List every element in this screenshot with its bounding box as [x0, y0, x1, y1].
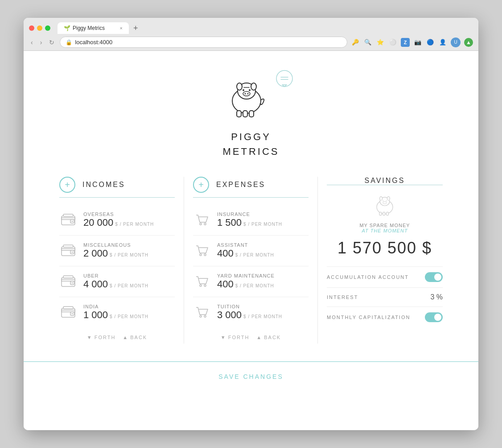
wallet-icon: [59, 273, 77, 290]
maximize-traffic-light[interactable]: [45, 25, 50, 31]
expense-amount-main: 400: [217, 278, 234, 290]
expense-item-name: ASSISTANT: [217, 242, 309, 248]
income-item-name: UBER: [83, 273, 175, 278]
savings-section: SAVINGS: [318, 177, 452, 344]
svg-point-35: [72, 313, 73, 315]
income-amount-unit: $ / PER MONTH: [110, 253, 148, 257]
income-list-item[interactable]: OVERSEAS 20 000 $ / PER MONTH: [59, 205, 175, 236]
incomes-forth-btn[interactable]: ▼ FORTH: [87, 335, 116, 340]
svg-point-0: [276, 71, 292, 87]
svg-rect-13: [237, 111, 241, 117]
expense-list-item[interactable]: ASSISTANT 400 $ / PER MONTH: [193, 236, 309, 266]
refresh-button[interactable]: ↻: [47, 38, 56, 47]
expense-list-item[interactable]: INSURANCE 1 500 $ / PER MONTH: [193, 205, 309, 236]
person-icon[interactable]: 👤: [438, 38, 447, 47]
browser-window: 🌱 Piggy Metrics × + ‹ › ↻ 🔒 localhost:40…: [24, 18, 478, 430]
add-income-button[interactable]: +: [59, 177, 75, 193]
expense-item-details: TUITION 3 000 $ / PER MONTH: [217, 304, 309, 321]
interest-label: INTEREST: [327, 295, 358, 300]
circle-icon[interactable]: ⚪: [388, 38, 397, 47]
incomes-back-btn[interactable]: ▲ BACK: [123, 335, 147, 340]
svg-point-25: [72, 252, 73, 253]
key-icon[interactable]: 🔑: [351, 38, 360, 47]
browser-chrome: 🌱 Piggy Metrics × + ‹ › ↻ 🔒 localhost:40…: [24, 18, 478, 51]
expense-amount-main: 3 000: [217, 309, 242, 321]
savings-amount: 1 570 500 $: [327, 239, 443, 257]
svg-point-42: [204, 285, 206, 286]
expense-amount-unit: $ / PER MONTH: [235, 283, 274, 288]
income-item-amount: 20 000 $ / PER MONTH: [83, 217, 175, 228]
svg-rect-21: [63, 214, 73, 216]
svg-rect-53: [383, 212, 385, 215]
save-changes-bar: SAVE CHANGES: [24, 361, 478, 391]
svg-rect-15: [249, 111, 254, 117]
income-list-item[interactable]: UBER 4 000 $ / PER MONTH: [59, 266, 175, 297]
wallet-icon: [59, 303, 77, 321]
expense-item-amount: 1 500 $ / PER MONTH: [217, 217, 309, 228]
chat-bubble-icon: [273, 69, 296, 91]
expenses-list: INSURANCE 1 500 $ / PER MONTH ASSISTANT …: [193, 205, 309, 328]
url-text: localhost:4000: [75, 39, 112, 46]
z-extension-icon[interactable]: Z: [401, 38, 410, 47]
svg-point-50: [386, 200, 387, 201]
income-list-item[interactable]: INDIA 1 000 $ / PER MONTH: [59, 297, 175, 328]
svg-point-10: [243, 91, 250, 96]
svg-point-12: [247, 93, 249, 95]
svg-point-47: [380, 197, 383, 200]
expenses-forth-chevron-icon: ▼: [221, 335, 226, 340]
income-item-details: INDIA 1 000 $ / PER MONTH: [83, 304, 175, 321]
incomes-title: INCOMES: [82, 181, 125, 189]
close-traffic-light[interactable]: [29, 25, 34, 31]
expenses-title: EXPENSES: [216, 181, 265, 189]
svg-rect-31: [63, 276, 73, 278]
savings-account-info: MY SPARE MONEY AT THE MOMENT: [327, 223, 443, 233]
income-amount-main: 2 000: [83, 248, 108, 259]
save-changes-button[interactable]: SAVE CHANGES: [218, 373, 283, 380]
back-chevron-icon: ▲: [123, 335, 128, 340]
extensions-icon[interactable]: ▲: [464, 38, 473, 47]
minimize-traffic-light[interactable]: [37, 25, 42, 31]
expense-list-item[interactable]: TUITION 3 000 $ / PER MONTH: [193, 297, 309, 328]
expense-amount-unit: $ / PER MONTH: [235, 253, 274, 257]
capitalization-toggle[interactable]: [425, 312, 443, 322]
forward-button[interactable]: ›: [38, 38, 44, 47]
user-avatar[interactable]: U: [451, 37, 461, 47]
interest-value: 3 %: [430, 293, 443, 301]
circle2-icon[interactable]: 🔵: [426, 38, 435, 47]
capitalization-label: MONTHLY CAPITALIZATION: [327, 315, 410, 320]
savings-header: SAVINGS: [327, 177, 443, 185]
expense-item-details: INSURANCE 1 500 $ / PER MONTH: [217, 212, 309, 228]
zoom-icon[interactable]: 🔍: [363, 38, 372, 47]
back-button[interactable]: ‹: [29, 38, 35, 47]
star-icon[interactable]: ⭐: [376, 38, 385, 47]
income-item-details: OVERSEAS 20 000 $ / PER MONTH: [83, 212, 175, 228]
incomes-header: + INCOMES: [59, 177, 175, 198]
expenses-header: + EXPENSES: [193, 177, 309, 198]
svg-point-6: [237, 83, 242, 90]
tab-bar: 🌱 Piggy Metrics × +: [58, 22, 473, 34]
income-list-item[interactable]: MISCELLANEOUS 2 000 $ / PER MONTH: [59, 236, 175, 266]
income-item-details: MISCELLANEOUS 2 000 $ / PER MONTH: [83, 242, 175, 259]
expenses-forth-btn[interactable]: ▼ FORTH: [221, 335, 250, 340]
expense-item-amount: 400 $ / PER MONTH: [217, 248, 309, 259]
savings-account-label: MY SPARE MONEY: [327, 223, 443, 228]
accumulation-row: ACCUMULATION ACCOUNT: [327, 266, 443, 287]
incomes-list: OVERSEAS 20 000 $ / PER MONTH MISCELLANE…: [59, 205, 175, 328]
new-tab-button[interactable]: +: [130, 22, 142, 34]
tab-close-btn[interactable]: ×: [120, 25, 123, 31]
active-tab[interactable]: 🌱 Piggy Metrics ×: [58, 22, 129, 34]
add-expense-button[interactable]: +: [193, 177, 209, 193]
address-bar[interactable]: 🔒 localhost:4000: [60, 37, 347, 48]
expense-list-item[interactable]: YARD MAINTENANCE 400 $ / PER MONTH: [193, 266, 309, 297]
svg-point-37: [200, 223, 202, 225]
expenses-pagination: ▼ FORTH ▲ BACK: [193, 328, 309, 344]
pig-illustration: [224, 78, 269, 122]
wallet-icon: [59, 211, 77, 229]
camera-icon[interactable]: 📷: [413, 38, 422, 47]
incomes-section: + INCOMES OVERSEAS 20 000 $ / PER MONTH: [50, 177, 184, 344]
accumulation-toggle[interactable]: [425, 272, 443, 282]
expenses-back-btn[interactable]: ▲ BACK: [256, 335, 281, 340]
expense-item-name: INSURANCE: [217, 212, 309, 217]
toolbar-icons: 🔑 🔍 ⭐ ⚪ Z 📷 🔵 👤 U ▲: [351, 37, 473, 47]
income-item-name: MISCELLANEOUS: [83, 242, 175, 248]
